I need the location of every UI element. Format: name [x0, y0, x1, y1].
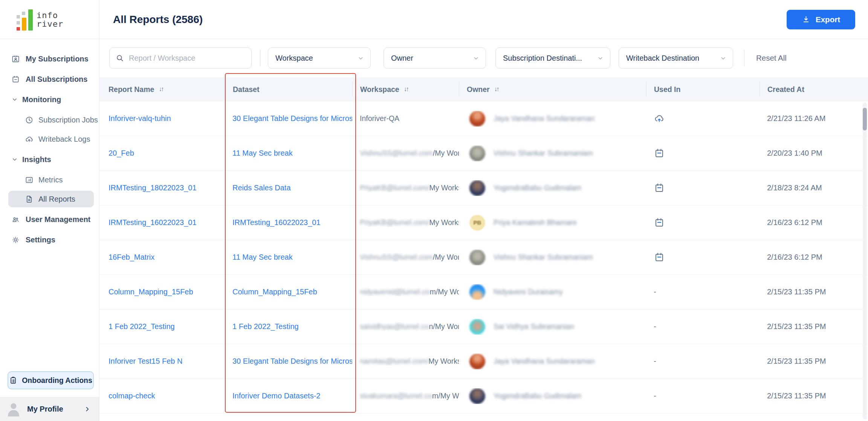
sidebar-item-all-reports[interactable]: All Reports — [8, 191, 94, 207]
owner-avatar — [469, 284, 485, 300]
page-header: All Reports (2586) Export — [99, 0, 868, 39]
sort-arrows-icon[interactable]: ↓↑ — [494, 86, 498, 93]
table-row: Inforiver Test15 Feb N 30 Elegant Table … — [99, 344, 868, 379]
scrollbar-thumb[interactable] — [863, 108, 867, 130]
export-button[interactable]: Export — [787, 10, 855, 29]
dataset-link[interactable]: 11 May Sec break — [232, 149, 293, 158]
search-input[interactable] — [129, 54, 245, 63]
writeback-destination-filter-dropdown[interactable]: Writeback Destination — [619, 47, 733, 69]
owner-filter-dropdown[interactable]: Owner — [384, 47, 486, 69]
report-name-link[interactable]: Column_Mapping_15Feb — [108, 288, 193, 296]
sidebar-item-label: Settings — [26, 236, 55, 244]
owner-cell: PB Priya Kamalesh Bhamare — [459, 215, 646, 231]
created-at-value: 2/20/23 1:40 PM — [767, 149, 822, 158]
owner-cell: Nidyaveni Duraisamy — [459, 284, 646, 300]
sidebar-item-icon — [25, 135, 34, 144]
sidebar-item-icon — [11, 215, 20, 224]
reset-all-button[interactable]: Reset All — [756, 47, 787, 69]
dataset-link[interactable]: 1 Feb 2022_Testing — [232, 322, 299, 331]
sort-arrows-icon[interactable]: ↓↑ — [404, 86, 408, 93]
sidebar-item-all-subscriptions[interactable]: All Subscriptions — [0, 71, 99, 87]
owner-avatar — [469, 319, 485, 335]
report-name-link[interactable]: colmap-check — [108, 392, 155, 400]
dataset-link[interactable]: Inforiver Demo Datasets-2 — [232, 392, 320, 400]
filter-divider — [260, 50, 260, 66]
workspace-cell: PriyaKB@lumel.com/My Worksp — [352, 218, 459, 227]
sidebar-item-insights[interactable]: Insights — [0, 151, 99, 168]
owner-cell: Vishnu Shankar Subramaniam — [459, 145, 646, 161]
sidebar-item-icon — [11, 236, 20, 244]
onboarding-actions-button[interactable]: Onboarding Actions — [8, 371, 94, 389]
report-name-link[interactable]: 16Feb_Matrix — [108, 253, 154, 262]
table-row: IRMTesting_16022023_01 IRMTesting_160220… — [99, 205, 868, 240]
sort-arrows-icon[interactable]: ↓↑ — [159, 86, 163, 93]
column-header-workspace[interactable]: Workspace ↓↑ — [352, 82, 459, 97]
column-header-label: Workspace — [360, 85, 399, 94]
dataset-link[interactable]: Column_Mapping_15Feb — [232, 288, 317, 296]
report-name-link[interactable]: IRMTesting_18022023_01 — [108, 184, 197, 192]
sidebar-item-settings[interactable]: Settings — [0, 231, 99, 248]
owner-name: Nidyaveni Duraisamy — [494, 288, 563, 296]
scrollbar-track[interactable] — [863, 103, 867, 419]
owner-avatar — [469, 145, 485, 161]
dataset-link[interactable]: 11 May Sec break — [232, 253, 293, 262]
sidebar-item-my-subscriptions[interactable]: My Subscriptions — [0, 51, 99, 67]
sidebar-item-subscription-jobs[interactable]: Subscription Jobs — [0, 112, 99, 128]
owner-name: YogendraBabu Gudimalam — [494, 184, 581, 192]
column-header-dataset[interactable]: Dataset — [225, 82, 352, 97]
workspace-cell: VishnuSS@lumel.com/My Works — [352, 253, 459, 262]
report-name-link[interactable]: 20_Feb — [108, 149, 134, 158]
table-row: 16Feb_Matrix 11 May Sec break VishnuSS@l… — [99, 240, 868, 275]
table-row: 20_Feb 11 May Sec break VishnuSS@lumel.c… — [99, 136, 868, 171]
workspace-blurred-text: PriyaKB@lumel.com/ — [360, 184, 429, 192]
table-row: IRMTesting_18022023_01 Reids Sales Data … — [99, 171, 868, 205]
profile-label: My Profile — [27, 405, 84, 413]
my-profile-button[interactable]: My Profile — [0, 397, 99, 421]
workspace-filter-dropdown[interactable]: Workspace — [268, 47, 371, 69]
dataset-link[interactable]: 30 Elegant Table Designs for Microso — [232, 114, 352, 123]
report-name-link[interactable]: 1 Feb 2022_Testing — [108, 322, 175, 331]
owner-name: Jaya Vandhana Sundararaman — [494, 114, 595, 123]
sidebar-item-icon — [25, 116, 34, 124]
dataset-link[interactable]: Reids Sales Data — [232, 184, 291, 192]
owner-name: Vishnu Shankar Subramaniam — [494, 253, 593, 262]
sidebar-item-label: Monitoring — [22, 95, 61, 104]
column-header-label: Created At — [767, 85, 804, 94]
column-header-report-name[interactable]: Report Name ↓↑ — [99, 82, 225, 97]
workspace-text: n/My Work — [429, 322, 459, 331]
used-in-icon — [654, 217, 665, 228]
dataset-link[interactable]: 30 Elegant Table Designs for Microso — [232, 357, 352, 366]
owner-cell: Jaya Vandhana Sundararaman — [459, 111, 646, 127]
dataset-link[interactable]: IRMTesting_16022023_01 — [232, 218, 321, 227]
sidebar-nav: My Subscriptions All Subscriptions Monit… — [0, 39, 99, 248]
avatar-initials — [469, 111, 485, 127]
sidebar-item-user-management[interactable]: User Management — [0, 211, 99, 228]
subscription-destination-filter-dropdown[interactable]: Subscription Destinati... — [495, 47, 610, 69]
report-name-link[interactable]: Inforiver-valq-tuhin — [108, 114, 171, 123]
report-name-link[interactable]: IRMTesting_16022023_01 — [108, 218, 197, 227]
column-header-created-at[interactable]: Created At — [760, 82, 868, 97]
app-root: info river My Subscriptions All Subscrip… — [0, 0, 868, 421]
used-in-icon — [654, 252, 665, 263]
workspace-cell: sivakumara@lumel.com/My Wor — [352, 392, 459, 400]
chevron-down-icon — [11, 156, 18, 163]
sidebar-item-label: Writeback Logs — [38, 135, 90, 144]
column-header-label: Owner — [467, 85, 490, 94]
sidebar-item-writeback-logs[interactable]: Writeback Logs — [0, 131, 99, 147]
filter-bar: Workspace Owner Subscription Destinati..… — [99, 39, 868, 77]
download-icon — [802, 15, 810, 24]
sidebar-item-metrics[interactable]: Metrics — [0, 171, 99, 188]
table-row: Column_Mapping_15Feb Column_Mapping_15Fe… — [99, 275, 868, 309]
workspace-text: /My Works — [433, 253, 459, 262]
column-header-owner[interactable]: Owner ↓↑ — [459, 82, 646, 97]
workspace-cell: PriyaKB@lumel.com/My Worksp — [352, 184, 459, 192]
main-content: All Reports (2586) Export Workspace Owne… — [99, 0, 868, 421]
report-name-link[interactable]: Inforiver Test15 Feb N — [108, 357, 182, 366]
sidebar-item-monitoring[interactable]: Monitoring — [0, 91, 99, 108]
brand-logo[interactable]: info river — [0, 0, 99, 39]
owner-name: Sai Vidhya Subramanian — [494, 322, 574, 331]
owner-avatar — [469, 180, 485, 196]
column-header-used-in[interactable]: Used In — [646, 82, 760, 97]
created-at-value: 2/21/23 11:26 AM — [767, 114, 825, 123]
workspace-blurred-text: saividhyas@lumel.co — [360, 322, 429, 331]
